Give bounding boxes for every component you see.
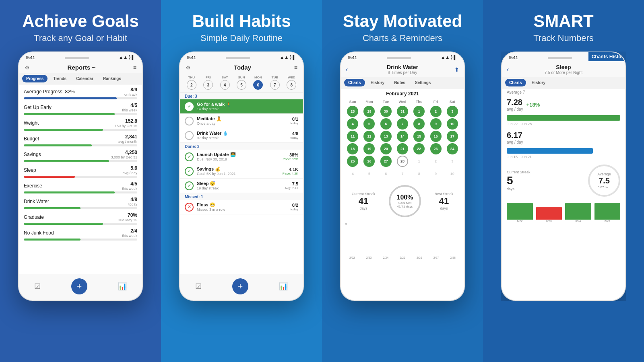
time-1: 9:41: [26, 55, 35, 60]
report-row-0[interactable]: Get Up Early 4/5 this week: [24, 103, 137, 115]
day-fri[interactable]: FRI 3: [203, 76, 213, 90]
habit-meditate[interactable]: Meditate 🧘 Once a day 0/1 today: [180, 114, 303, 128]
check-floss: ✕: [185, 203, 194, 212]
smart-range-1: Jun 22 - Jun 28: [502, 121, 625, 128]
report-row-4[interactable]: Sleep 5.6 avg / day: [24, 165, 137, 178]
report-row-6[interactable]: Drink Water 4/8 today: [24, 197, 137, 209]
habit-walk[interactable]: ✓ Go for a walk 🚶 14 day streak: [180, 99, 303, 114]
cal-day-17[interactable]: 17: [447, 131, 458, 142]
tab-charts-3[interactable]: Charts: [344, 79, 365, 86]
panel4-title: SMART: [533, 12, 593, 31]
report-row-5[interactable]: Exercise 4/5 this week: [24, 181, 137, 193]
habit-launch-val: 38%: [283, 152, 298, 157]
report-row-3[interactable]: Savings 4,250 3,000 by Dec 31: [24, 150, 137, 162]
cal-day-20[interactable]: 20: [380, 143, 392, 154]
chart-tabs-4: Charts History: [502, 77, 625, 88]
cal-day-23[interactable]: 23: [430, 143, 442, 154]
cal-day-7[interactable]: 7: [397, 118, 408, 130]
checkbox-icon-2[interactable]: ☑: [195, 282, 202, 291]
report-name-2: Budget: [24, 136, 39, 142]
checkbox-icon-1[interactable]: ☑: [34, 282, 41, 291]
report-name-0: Get Up Early: [24, 105, 52, 110]
cal-day-25[interactable]: 25: [347, 156, 358, 167]
tab-settings-3[interactable]: Settings: [411, 79, 435, 86]
day-sun[interactable]: SUN 5: [237, 76, 246, 90]
cal-day-15[interactable]: 15: [413, 131, 425, 142]
cal-day-2-feb[interactable]: 2: [430, 106, 442, 117]
filter-icon-1[interactable]: ≡: [133, 64, 136, 71]
cal-day-27[interactable]: 27: [380, 156, 392, 167]
signal-icons-3: ▲▲ ⟩ ▌: [441, 55, 457, 60]
report-sub-5: this week: [122, 187, 137, 191]
cal-day-3-feb[interactable]: 3: [447, 106, 458, 117]
back-icon[interactable]: ‹: [346, 66, 348, 73]
cal-day-11[interactable]: 11: [347, 131, 358, 142]
tab-trends[interactable]: Trends: [49, 75, 70, 82]
bar-group-5: 2/27: [429, 255, 444, 259]
tab-progress[interactable]: Progress: [22, 75, 47, 82]
back-icon-4[interactable]: ‹: [507, 66, 509, 73]
cal-day-31-jan[interactable]: 31: [397, 106, 408, 117]
cal-day-5[interactable]: 5: [363, 118, 375, 130]
report-row-1[interactable]: Weight 152.8 150 by Oct 15: [24, 118, 137, 131]
report-row-8[interactable]: No Junk Food 2/4 this week: [24, 228, 137, 241]
cal-day-16[interactable]: 16: [430, 131, 442, 142]
cal-day-next-2: 2: [430, 156, 442, 167]
cal-day-26[interactable]: 26: [363, 156, 375, 167]
cal-day-22[interactable]: 22: [413, 143, 425, 154]
habit-savings[interactable]: ✓ Savings 💰 Goal: 5K by Jun 1, 2021 4.1K…: [180, 164, 303, 179]
tab-calendar[interactable]: Calendar: [72, 75, 97, 82]
chart-icon-1[interactable]: 📊: [118, 282, 127, 291]
cal-day-28-today[interactable]: 28: [397, 156, 408, 167]
time-3: 9:41: [348, 55, 357, 60]
chart-title: Drink Water: [347, 64, 458, 70]
cal-day-10[interactable]: 10: [447, 118, 458, 130]
cal-day-1-feb[interactable]: 1: [413, 106, 425, 117]
report-row-2[interactable]: Budget 2,841 avg / month: [24, 134, 137, 146]
gear-icon-1[interactable]: ⚙: [25, 64, 30, 71]
cal-day-19[interactable]: 19: [363, 143, 375, 154]
cal-day-9[interactable]: 9: [430, 118, 442, 130]
add-button-2[interactable]: +: [232, 278, 248, 294]
cal-day-28-jan[interactable]: 28: [347, 106, 358, 117]
cal-day-4[interactable]: 4: [347, 118, 358, 130]
filter-icon-2[interactable]: ≡: [294, 64, 297, 71]
add-button-1[interactable]: +: [71, 278, 87, 294]
habit-savings-sub: Goal: 5K by Jun 1, 2021: [197, 172, 236, 176]
avg-progress-value: 8/9: [124, 87, 137, 93]
share-icon[interactable]: ⬆: [454, 66, 459, 73]
day-mon[interactable]: MON 6: [253, 76, 263, 90]
cal-day-18[interactable]: 18: [347, 143, 358, 154]
cal-day-12[interactable]: 12: [363, 131, 375, 142]
day-thu[interactable]: THU 2: [187, 76, 196, 90]
bar-date-4: 2/26: [417, 256, 422, 259]
cal-day-13[interactable]: 13: [380, 131, 392, 142]
cal-day-14[interactable]: 14: [397, 131, 408, 142]
habit-sleep[interactable]: ✓ Sleep 😴 19 day streak 7.5 Avg: 7.41: [180, 179, 303, 193]
chart-icon-2[interactable]: 📊: [279, 282, 288, 291]
tab-history-4[interactable]: History: [528, 79, 549, 86]
cal-day-6[interactable]: 6: [380, 118, 392, 130]
habit-floss[interactable]: ✕ Floss 😬 Missed 3 in a row 0/2 today: [180, 200, 303, 214]
tab-charts-4[interactable]: Charts: [505, 79, 526, 86]
gear-icon-2[interactable]: ⚙: [186, 64, 191, 71]
cal-day-30-jan[interactable]: 30: [380, 106, 392, 117]
reports-list: Average Progress: 82% 8/9 on track Get U…: [19, 84, 142, 246]
habit-floss-name: Floss 😬: [197, 202, 225, 208]
habit-water[interactable]: Drink Water 💧 97 day streak 4/8 today: [180, 128, 303, 143]
cal-month: February 2021: [345, 91, 460, 97]
chart-header-4: ‹ Sleep 7.5 or More per Night: [502, 62, 625, 77]
cal-day-8[interactable]: 8: [413, 118, 425, 130]
habit-launch[interactable]: ✓ Launch Update 👨‍💻 Due: Nov 30, 2019 38…: [180, 150, 303, 164]
cal-day-21[interactable]: 21: [397, 143, 408, 154]
report-row-7[interactable]: Graduate 70% Due May 15: [24, 212, 137, 225]
cal-day-24[interactable]: 24: [447, 143, 458, 154]
day-wed[interactable]: WED 8: [287, 76, 296, 90]
day-sat[interactable]: SAT 4: [220, 76, 230, 90]
tab-rankings[interactable]: Rankings: [99, 75, 125, 82]
day-tue[interactable]: TUE 7: [270, 76, 280, 90]
cal-day-29-jan[interactable]: 29: [363, 106, 375, 117]
notch-placeholder-4: [548, 57, 572, 59]
tab-history-3[interactable]: History: [367, 79, 388, 86]
tab-notes-3[interactable]: Notes: [390, 79, 409, 86]
